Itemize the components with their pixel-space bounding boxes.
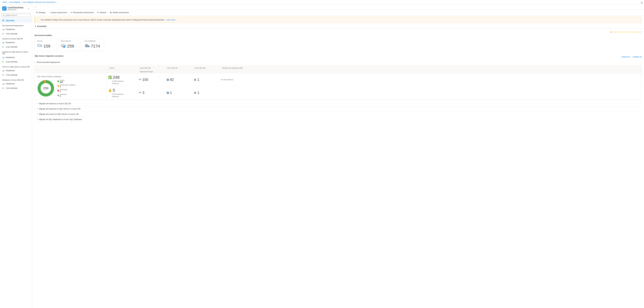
cost-cell-1: for 253 instances: [221, 79, 640, 81]
legend-conditions-label: Ready with conditions: [60, 84, 76, 86]
recalculate-button[interactable]: ↺ Recalculate assessment: [69, 11, 95, 14]
breadcrumb-discovery[interactable]: Azure Migrate: Discovery and assessment: [23, 1, 56, 3]
essentials-header[interactable]: ∨ Essentials: [32, 24, 644, 29]
servers-icon: [37, 43, 42, 49]
svg-rect-2: [3, 9, 4, 10]
cloud-icon-3: ☁: [2, 56, 5, 58]
scenario-servers-vm-label: Migrate all servers to SQL Server on Azu…: [39, 113, 78, 115]
status-icon-2: ⚠️: [108, 89, 112, 92]
scenarios-title: SQL Server migration scenarios: [34, 55, 64, 57]
vm-cell-1: 155: [138, 78, 165, 82]
chart-row: SQL Server instance readiness: [35, 73, 642, 100]
svg-rect-28: [139, 79, 140, 80]
deployment-target-label: Deployment target: [140, 71, 221, 72]
col-cost-header: Monthly cost estimate (USD): [222, 67, 640, 69]
section-sql-vm: Instances to SQL Server on Azure VM: [0, 50, 32, 55]
scenario-sql-mi[interactable]: ∨ Migrate all instances to Azure SQL MI: [34, 101, 642, 106]
chart-legend: Ready 248 Ready with conditions: [58, 79, 76, 97]
chevron-sql-db: ∨: [37, 119, 38, 120]
delete-label: Delete assessment: [112, 11, 129, 13]
svg-rect-15: [64, 46, 65, 48]
nav-overview[interactable]: ☰ Overview: [0, 18, 32, 23]
svg-rect-12: [65, 45, 66, 46]
nav-readiness-3[interactable]: ☁ Readiness: [0, 55, 32, 59]
overview-icon: ☰: [2, 19, 5, 22]
help-link[interactable]: 💡 Help me understand this assessment: [610, 31, 642, 33]
svg-point-18: [85, 46, 88, 47]
search-box[interactable]: 🔍: [2, 13, 30, 17]
db-value-2: 1: [198, 91, 199, 95]
col-source-header: Source: [109, 67, 138, 69]
col-vm-header: Azure SQL VM: [140, 67, 166, 69]
svg-rect-0: [3, 7, 4, 8]
nav-cost-1[interactable]: ● Cost estimate: [0, 31, 32, 36]
table-row[interactable]: ⚠️ 5 of 259 instances Instances: [106, 86, 642, 99]
settings-label: Settings: [39, 11, 46, 13]
svg-rect-1: [4, 7, 6, 8]
scenario-sql-server-vm[interactable]: ∨ Migrate all instances to SQL Server on…: [34, 106, 642, 112]
breadcrumb: Home › Azure Migrate › Azure Migrate: Di…: [0, 0, 644, 4]
legend-ready: Ready 248: [58, 79, 76, 83]
settings-button[interactable]: ⚙ Settings: [34, 11, 47, 14]
breadcrumb-azure-migrate[interactable]: Azure Migrate: [9, 1, 20, 3]
recommended-deployment-toggle[interactable]: ∨ Recommended deployment: [34, 60, 642, 65]
nav-cost-4[interactable]: ● Cost estimate: [0, 73, 32, 77]
refresh-button[interactable]: ↻ Refresh: [96, 11, 108, 14]
legend-unknown: Unknown 5: [58, 93, 76, 97]
user-databases-card[interactable]: User databases ⊕: [82, 38, 104, 51]
link-separator: |: [631, 56, 632, 58]
expand-all-link[interactable]: Expand all: [622, 56, 630, 58]
svg-rect-11: [62, 45, 64, 46]
nav-readiness-1[interactable]: ☁ Readiness: [0, 27, 32, 31]
cost-1-label: Cost estimate: [6, 33, 18, 35]
entity-cards: Servers 159: [34, 38, 642, 51]
section-servers-sql-vm: Servers to SQL Server on Azure VM: [0, 64, 32, 68]
warning-arrow: →: [177, 19, 179, 21]
export-button[interactable]: ↓ Export assessment: [48, 11, 68, 14]
data-rows-section: ✅ 248 of 259 instances Instances: [106, 73, 642, 100]
cloud-icon-4: ☁: [2, 69, 5, 72]
svg-point-8: [41, 46, 42, 47]
servers-card[interactable]: Servers 159: [34, 38, 56, 51]
legend-ready-value: 248: [60, 81, 64, 83]
sql-instances-icon: SQL: [61, 43, 66, 49]
close-button[interactable]: ✕: [641, 1, 643, 4]
sidebar-collapse-button[interactable]: «: [27, 7, 30, 10]
nav-cost-5[interactable]: ● Cost estimate: [0, 86, 32, 90]
readiness-1-label: Readiness: [6, 28, 15, 30]
nav-readiness-5[interactable]: ☁ Readiness: [0, 81, 32, 86]
chevron-sql-mi: ∨: [37, 103, 38, 104]
svg-text:SQL: SQL: [63, 46, 64, 47]
more-options-button[interactable]: ···: [32, 4, 644, 9]
refresh-label: Refresh: [100, 11, 106, 13]
sql-instances-card[interactable]: SQL instances SQL: [58, 38, 80, 51]
svg-rect-29: [141, 79, 142, 80]
legend-conditions: Ready with conditions 5: [58, 84, 76, 88]
vm-cell-2: 3: [138, 91, 165, 95]
delete-button[interactable]: 🗑 Delete assessment: [108, 11, 130, 14]
discovered-entities-title: Discovered entities: [34, 34, 642, 36]
svg-point-36: [194, 80, 196, 81]
nav-cost-3[interactable]: ● Cost estimate: [0, 59, 32, 64]
vm-icon-2: [138, 91, 142, 94]
legend-unknown-label: Unknown: [60, 93, 66, 95]
table-row[interactable]: ✅ 248 of 259 instances Instances: [106, 73, 642, 86]
learn-more-link[interactable]: Learn more.: [166, 19, 176, 21]
nav-readiness-2[interactable]: ☁ Readiness: [0, 40, 32, 45]
cloud-icon-5: ☁: [2, 82, 5, 85]
help-icon: 💡: [610, 31, 612, 33]
readiness-4-label: Readiness: [6, 69, 15, 72]
nav-cost-2[interactable]: ● Cost estimate: [0, 45, 32, 49]
col-chart: [36, 67, 108, 69]
instances-value-1: 248: [113, 75, 120, 80]
readiness-5-label: Readiness: [6, 83, 15, 85]
mi-cell-2: 1: [166, 91, 192, 95]
scenario-sql-db[interactable]: ∨ Migrate all SQL databases to Azure SQL…: [34, 117, 642, 122]
collapse-all-link[interactable]: Collapse all: [632, 56, 642, 58]
scenarios-section-header: SQL Server migration scenarios Expand al…: [34, 55, 642, 60]
svg-rect-44: [168, 93, 169, 94]
breadcrumb-home[interactable]: Home: [2, 1, 7, 3]
nav-readiness-4[interactable]: ☁ Readiness: [0, 68, 32, 73]
scenario-servers-vm[interactable]: ∨ Migrate all servers to SQL Server on A…: [34, 112, 642, 117]
search-input[interactable]: [6, 14, 29, 16]
